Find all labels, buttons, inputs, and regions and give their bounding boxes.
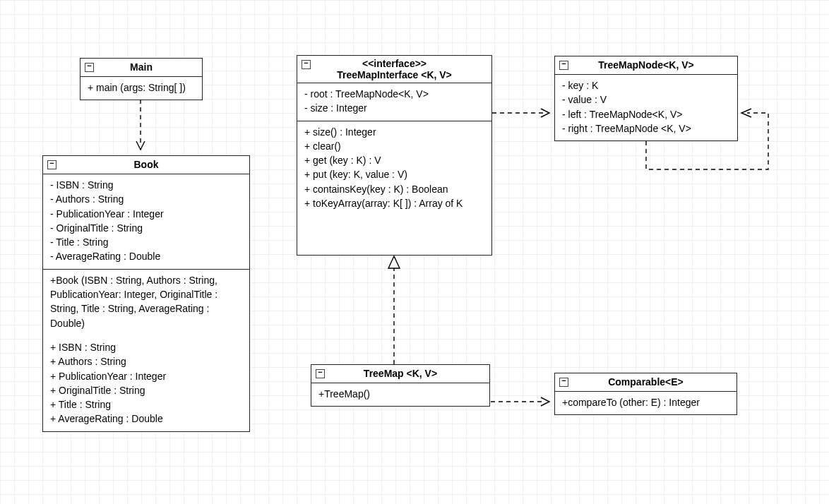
class-node-attrs: - key : K - value : V - left : TreeMapNo… [555,75,737,140]
attribute: - ISBN : String [50,178,242,192]
class-book-attrs: - ISBN : String - Authors : String - Pub… [43,174,249,270]
method: + toKeyArray(array: K[ ]) : Array of K [304,196,484,210]
class-treemap-header: TreeMap <K, V> [311,365,489,383]
class-title: Comparable<E> [608,376,684,388]
attribute: - right : TreeMapNode <K, V> [562,121,730,136]
method: + containsKey(key : K) : Boolean [304,182,484,196]
collapse-icon [85,63,94,72]
method: +TreeMap() [318,387,482,401]
class-treemap: TreeMap <K, V> +TreeMap() [311,364,490,407]
method: + put (key: K, value : V) [304,167,484,181]
class-main-header: Main [80,59,202,77]
method: + OriginalTitle : String [50,383,242,397]
method: + get (key : K) : V [304,153,484,167]
attribute: - left : TreeMapNode<K, V> [562,107,730,121]
class-treemap-methods: +TreeMap() [311,383,489,406]
collapse-icon [559,61,568,70]
class-title: TreeMap <K, V> [364,368,437,379]
attribute: - key : K [562,78,730,92]
collapse-icon [559,378,568,387]
class-comp-methods: +compareTo (other: E) : Integer [555,392,736,414]
uml-canvas: Main + main (args: String[ ]) Book - ISB… [0,0,829,504]
method: + size() : Integer [304,125,484,139]
blank [50,330,242,340]
attribute: - OriginalTitle : String [50,221,242,235]
class-main: Main + main (args: String[ ]) [80,58,203,100]
attribute: - AverageRating : Double [50,249,242,263]
class-treemapnode: TreeMapNode<K, V> - key : K - value : V … [554,56,738,141]
attribute: - Title : String [50,235,242,249]
class-iface-attrs: - root : TreeMapNode<K, V> - size : Inte… [297,83,491,121]
method: + main (args: String[ ]) [88,80,195,95]
attribute: - value : V [562,92,730,107]
attribute: - root : TreeMapNode<K, V> [304,87,484,101]
collapse-icon [302,60,311,69]
method: String, Title : String, AverageRating : [50,301,242,316]
method: + Title : String [50,397,242,412]
method: + ISBN : String [50,340,242,354]
method: + PublicationYear : Integer [50,369,242,383]
method: +compareTo (other: E) : Integer [562,395,729,409]
class-title: TreeMapInterface <K, V> [303,69,486,80]
class-comparable: Comparable<E> +compareTo (other: E) : In… [554,373,737,415]
class-comp-header: Comparable<E> [555,373,736,392]
class-stereotype: <<interface>> [303,58,486,69]
collapse-icon [316,369,325,378]
attribute: - Authors : String [50,192,242,206]
method: +Book (ISBN : String, Authors : String, [50,273,242,287]
method: + clear() [304,139,484,153]
collapse-icon [47,160,56,169]
class-title: Main [130,61,153,73]
class-book-header: Book [43,156,249,174]
method: + Authors : String [50,354,242,368]
class-iface-header: <<interface>> TreeMapInterface <K, V> [297,56,491,83]
class-book-methods: +Book (ISBN : String, Authors : String, … [43,270,249,431]
class-title: TreeMapNode<K, V> [598,59,693,71]
method: PublicationYear: Integer, OriginalTitle … [50,287,242,301]
class-title: Book [134,159,159,170]
attribute: - size : Integer [304,101,484,115]
class-treemapinterface: <<interface>> TreeMapInterface <K, V> - … [297,55,492,256]
method: + AverageRating : Double [50,412,242,426]
class-main-methods: + main (args: String[ ]) [80,77,202,100]
attribute: - PublicationYear : Integer [50,207,242,221]
class-book: Book - ISBN : String - Authors : String … [42,155,250,432]
class-node-header: TreeMapNode<K, V> [555,56,737,75]
method: Double) [50,316,242,330]
class-iface-methods: + size() : Integer + clear() + get (key … [297,121,491,216]
